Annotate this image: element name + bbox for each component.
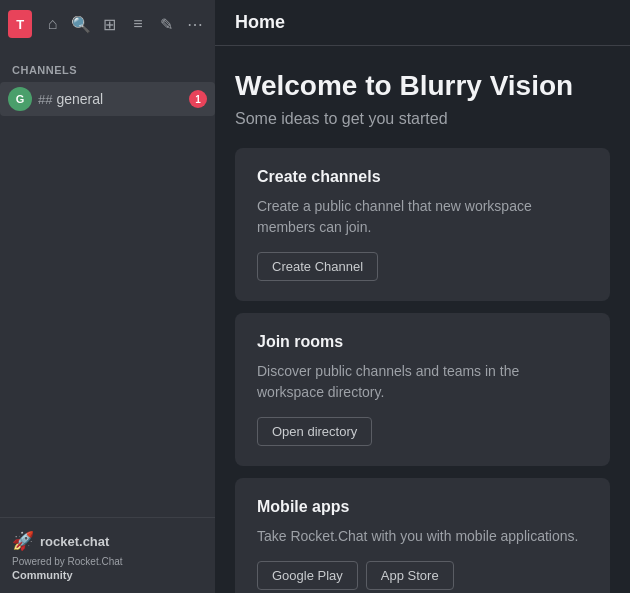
rocket-icon: 🚀	[12, 530, 34, 552]
mobile-apps-card: Mobile apps Take Rocket.Chat with you wi…	[235, 478, 610, 593]
open-directory-button[interactable]: Open directory	[257, 417, 372, 446]
channels-label: Channels	[12, 64, 203, 76]
channels-section: Channels	[0, 48, 215, 80]
rocket-chat-brand: rocket.chat	[40, 534, 109, 549]
channel-name: ## general	[38, 91, 183, 107]
mobile-apps-buttons: Google Play App Store	[257, 561, 588, 590]
sidebar-item-general[interactable]: G ## general 1	[0, 82, 215, 116]
create-channels-title: Create channels	[257, 168, 588, 186]
sidebar-footer: 🚀 rocket.chat Powered by Rocket.Chat Com…	[0, 517, 215, 593]
workspace-avatar[interactable]: T	[8, 10, 32, 38]
main-content-area: Home Welcome to Blurry Vision Some ideas…	[215, 0, 630, 593]
create-channels-desc: Create a public channel that new workspa…	[257, 196, 588, 238]
powered-by-label: Powered by Rocket.Chat	[12, 556, 203, 567]
welcome-title: Welcome to Blurry Vision	[235, 70, 610, 102]
page-title: Home	[235, 12, 285, 33]
compose-icon[interactable]: ✎	[154, 10, 178, 38]
rocket-chat-logo: 🚀 rocket.chat	[12, 530, 203, 552]
edition-label: Community	[12, 569, 203, 581]
channel-hash-icon: ##	[38, 92, 52, 107]
welcome-subtitle: Some ideas to get you started	[235, 110, 610, 128]
search-icon[interactable]: 🔍	[69, 10, 93, 38]
home-content: Welcome to Blurry Vision Some ideas to g…	[215, 46, 630, 593]
more-icon[interactable]: ⋯	[183, 10, 207, 38]
app-store-button[interactable]: App Store	[366, 561, 454, 590]
sidebar: T ⌂ 🔍 ⊞ ≡ ✎ ⋯ Channels G ## general 1 🚀 …	[0, 0, 215, 593]
create-channel-button[interactable]: Create Channel	[257, 252, 378, 281]
join-rooms-buttons: Open directory	[257, 417, 588, 446]
channel-avatar: G	[8, 87, 32, 111]
main-header: Home	[215, 0, 630, 46]
join-rooms-card: Join rooms Discover public channels and …	[235, 313, 610, 466]
join-rooms-title: Join rooms	[257, 333, 588, 351]
google-play-button[interactable]: Google Play	[257, 561, 358, 590]
join-rooms-desc: Discover public channels and teams in th…	[257, 361, 588, 403]
unread-badge: 1	[189, 90, 207, 108]
sort-icon[interactable]: ≡	[126, 10, 150, 38]
create-channels-buttons: Create Channel	[257, 252, 588, 281]
mobile-apps-title: Mobile apps	[257, 498, 588, 516]
create-channels-card: Create channels Create a public channel …	[235, 148, 610, 301]
mobile-apps-desc: Take Rocket.Chat with you with mobile ap…	[257, 526, 588, 547]
directory-icon[interactable]: ⊞	[97, 10, 121, 38]
home-icon[interactable]: ⌂	[40, 10, 64, 38]
sidebar-toolbar: T ⌂ 🔍 ⊞ ≡ ✎ ⋯	[0, 0, 215, 48]
